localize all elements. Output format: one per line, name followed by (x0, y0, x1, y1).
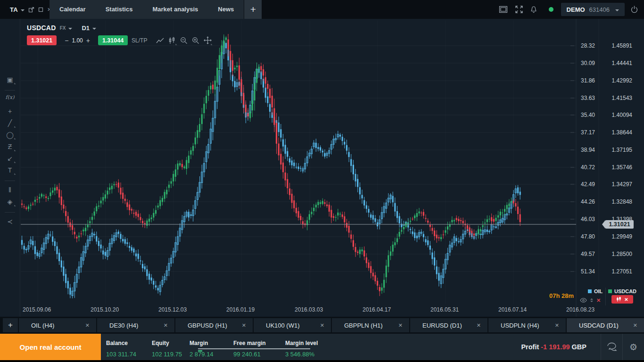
legend-oil: OIL (588, 288, 603, 294)
top-tab-calendar[interactable]: Calendar (50, 0, 96, 19)
zoom-in-icon[interactable] (190, 36, 201, 45)
close-icon[interactable]: ✕ (555, 322, 559, 329)
top-tab-statistics[interactable]: Statistics (96, 0, 143, 19)
account-selector[interactable]: DEMO 631406 (561, 3, 625, 16)
chart-area: ▣f(x)+╱◯Ƶ↙Tǁ◈≺ USDCAD FX D1 1.31021 − 1.… (0, 19, 644, 317)
instrument-tab-gbppln[interactable]: GBPPLN (H1)✕ (332, 318, 409, 332)
fibonacci-icon[interactable]: Ƶ (4, 141, 16, 152)
stat-value: 2 879.14 (190, 351, 233, 358)
sltp-button[interactable]: SL/TP (132, 37, 147, 44)
close-icon: ✕ (624, 297, 628, 302)
close-icon[interactable]: ✕ (633, 322, 637, 329)
pan-crosshair-icon[interactable] (202, 36, 213, 45)
instrument-tab-label: DE30 (H4) (109, 322, 164, 329)
add-instrument-button[interactable]: + (3, 318, 18, 332)
close-icon[interactable]: ✕ (164, 322, 168, 329)
workspace-tab[interactable]: TA ✕ (0, 0, 50, 19)
stat-value: 3 546.88% (285, 351, 318, 358)
instrument-tab-de30[interactable]: DE30 (H4)✕ (97, 318, 174, 332)
layers-icon[interactable]: ◈ (4, 197, 16, 207)
close-icon[interactable]: ✕ (85, 322, 90, 329)
timeframe-dropdown-icon[interactable] (92, 28, 96, 32)
oil-axis-label: 30.09 (577, 59, 595, 67)
symbol-name: USDCAD (27, 24, 56, 32)
timeframe-label[interactable]: D1 (82, 25, 90, 32)
usdcad-axis-label: 1.42992 (602, 77, 632, 84)
chart-layout-icon[interactable]: ▣ (4, 74, 16, 85)
volume-value[interactable]: 1.00 (72, 37, 83, 44)
oil-axis-label: 28.32 (577, 42, 595, 49)
remove-overlay-icon[interactable]: ✕ (596, 297, 601, 304)
instrument-tab-eurusd[interactable]: EURUSD (D1)✕ (410, 318, 487, 332)
account-number: 631406 (589, 6, 610, 13)
top-tab-news[interactable]: News (208, 0, 244, 19)
arrow-tool-icon[interactable]: ↙ (4, 153, 16, 164)
fullscreen-icon[interactable] (515, 5, 523, 14)
visibility-eye-icon[interactable] (580, 296, 587, 304)
usdcad-axis-label: 1.40094 (602, 111, 632, 119)
trendline-icon[interactable]: ╱ (4, 118, 16, 129)
instrument-tab-label: GBPUSD (H1) (188, 322, 242, 329)
open-real-account-button[interactable]: Open real account (0, 334, 101, 360)
popout-icon[interactable] (28, 7, 34, 13)
stat-label: Equity (152, 340, 190, 346)
instrument-tab-label: UK100 (W1) (266, 322, 320, 329)
top-tab-market-analysis[interactable]: Market analysis (142, 0, 208, 19)
instrument-tab-gbpusd[interactable]: GBPUSD (H1)✕ (175, 318, 253, 332)
legend-oil-label: OIL (594, 288, 603, 294)
chart-canvas[interactable] (0, 19, 644, 317)
instrument-tab-uk100[interactable]: UK100 (W1)✕ (254, 318, 331, 332)
close-chart-button[interactable]: ✕ (611, 295, 633, 304)
chart-type-icon[interactable]: ǁ (4, 185, 16, 196)
symbol-dropdown-icon[interactable] (68, 28, 72, 32)
close-icon[interactable]: ✕ (398, 322, 403, 329)
stat-label: Balance (106, 340, 152, 346)
buy-price-button[interactable]: 1.31044 (98, 35, 128, 45)
stat-margin-level: Margin level3 546.88% (285, 340, 318, 360)
volume-minus-button[interactable]: − (61, 37, 72, 44)
add-object-icon[interactable]: + (4, 106, 16, 117)
margin-usage-bar (198, 348, 310, 349)
zoom-out-icon[interactable] (178, 36, 190, 45)
chat-button[interactable] (601, 334, 622, 360)
oil-axis-label: 42.49 (577, 181, 595, 188)
oil-axis-label: 46.03 (577, 215, 595, 223)
instrument-tab-usdpln[interactable]: USDPLN (H4)✕ (488, 318, 566, 332)
close-icon[interactable]: ✕ (320, 322, 324, 329)
chart-header: USDCAD FX D1 1.31021 − 1.00 + 1.31044 SL… (27, 24, 214, 45)
maximize-icon[interactable] (38, 7, 43, 12)
usdcad-axis-label: 1.29949 (602, 233, 632, 240)
text-tool-icon[interactable]: T (4, 165, 16, 176)
oil-axis-label: 33.63 (577, 94, 595, 102)
stat-label: Margin level (285, 340, 318, 346)
add-tab-button[interactable]: + (244, 0, 262, 19)
close-icon[interactable]: ✕ (242, 322, 246, 329)
reorder-arrows-icon[interactable] (590, 297, 593, 304)
legend-divider (605, 288, 606, 305)
share-icon[interactable]: ≺ (4, 216, 16, 227)
ellipse-tool-icon[interactable]: ◯ (4, 130, 16, 140)
top-bar: TA ✕ CalendarStatisticsMarket analysisNe… (0, 0, 644, 19)
indicators-icon[interactable]: f(x) (4, 94, 16, 105)
usdcad-axis-label: 1.32848 (602, 198, 632, 206)
logout-power-icon[interactable] (630, 5, 638, 14)
candle-chart-mode-icon[interactable] (166, 36, 178, 45)
trading-platform-window: TA ✕ CalendarStatisticsMarket analysisNe… (0, 0, 644, 362)
close-icon[interactable]: ✕ (477, 322, 481, 329)
settings-gear-button[interactable]: ⚙ (623, 334, 644, 360)
stats-row: Balance103 311.74Equity102 119.75Margin2… (106, 334, 318, 360)
instrument-tab-oil[interactable]: OIL (H4)✕ (19, 318, 96, 332)
line-chart-mode-icon[interactable] (155, 36, 166, 45)
notifications-bell-icon[interactable] (530, 6, 537, 14)
widgets-icon[interactable] (499, 6, 508, 13)
stat-value: 103 311.74 (106, 351, 152, 358)
instrument-tab-usdcad[interactable]: USDCAD (D1)✕ (567, 318, 644, 332)
chart-toolbar-icons (155, 36, 214, 45)
oil-axis-label: 38.94 (577, 146, 595, 154)
volume-plus-button[interactable]: + (83, 37, 93, 44)
sell-price-button[interactable]: 1.31021 (27, 35, 57, 45)
top-nav-tabs: CalendarStatisticsMarket analysisNews (50, 0, 244, 19)
oil-axis-label: 37.17 (577, 129, 595, 136)
chevron-down-icon[interactable] (21, 9, 25, 13)
profit-value: -1 191.99 (541, 343, 570, 351)
